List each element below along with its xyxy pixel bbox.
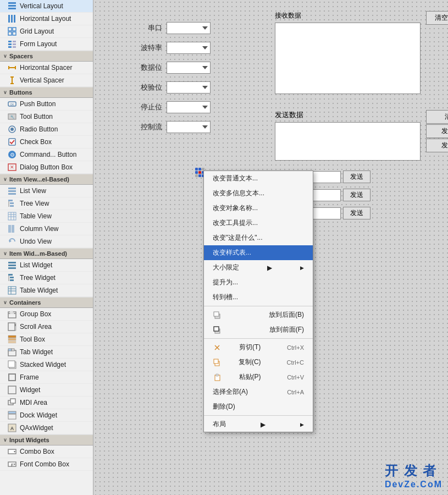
category-containers[interactable]: Containers xyxy=(0,297,93,308)
list-widget-icon xyxy=(8,261,16,270)
svg-point-27 xyxy=(10,128,14,131)
sidebar-item-tool-button[interactable]: 🔧 Tool Button xyxy=(0,111,93,123)
sidebar-item-group-box[interactable]: ⬜ Group Box xyxy=(0,308,93,321)
ctx-item-label: 改变工具提示... xyxy=(213,218,258,228)
sidebar-item-vertical-spacer[interactable]: Vertical Spacer xyxy=(0,74,93,87)
ctx-item-paste[interactable]: 粘贴(P) Ctrl+V xyxy=(204,370,313,384)
sidebar-item-grid-layout[interactable]: Grid Layout xyxy=(0,25,93,38)
sidebar-item-check-box[interactable]: Check Box xyxy=(0,136,93,148)
sidebar-item-vertical-layout[interactable]: Vertical Layout xyxy=(0,0,93,13)
clear-send-button[interactable]: 清 xyxy=(426,110,448,124)
svg-rect-14 xyxy=(8,46,12,48)
ctx-item-goto-slot[interactable]: 转到槽... xyxy=(204,290,313,305)
sidebar-item-column-view[interactable]: Column View xyxy=(0,223,93,235)
ctx-item-size-constraint[interactable]: 大小限定 ▶ xyxy=(204,260,313,275)
svg-rect-78 xyxy=(8,411,16,414)
dot-5 xyxy=(198,171,201,174)
parity-select[interactable] xyxy=(167,81,211,94)
ctx-item-send-to-back[interactable]: 放到后面(B) xyxy=(204,307,313,322)
sidebar-item-list-widget[interactable]: List Widget xyxy=(0,259,93,272)
sidebar-item-font-combo-box[interactable]: F Font Combo Box xyxy=(0,458,93,471)
send-button2[interactable]: 发送 xyxy=(426,139,448,152)
clear-display-button[interactable]: 清空显示 xyxy=(426,11,448,25)
sidebar-item-widget[interactable]: Widget xyxy=(0,384,93,397)
send-button-main[interactable]: 发送 xyxy=(426,124,448,138)
sidebar-item-combo-box[interactable]: Combo Box xyxy=(0,446,93,458)
stop-bits-select[interactable] xyxy=(167,101,211,113)
sidebar-item-label: Tree View xyxy=(20,200,49,207)
ctx-item-layout[interactable]: 布局 ▶ xyxy=(204,417,313,432)
qax-widget-icon: A xyxy=(8,424,16,432)
data-bits-select[interactable] xyxy=(167,62,211,74)
send-row-btn-2[interactable]: 发送 xyxy=(343,189,370,201)
sidebar-item-qax-widget[interactable]: A QAxWidget xyxy=(0,422,93,435)
receive-textarea[interactable] xyxy=(275,23,421,94)
sidebar-item-horizontal-spacer[interactable]: Horizontal Spacer xyxy=(0,62,93,74)
svg-rect-7 xyxy=(13,28,16,31)
ctx-item-copy[interactable]: 复制(C) Ctrl+C xyxy=(204,355,313,370)
control-flow-label: 控制流 xyxy=(137,122,162,132)
ctx-item-change-whatsthis[interactable]: 改变"这是什么"... xyxy=(204,230,313,245)
ctx-item-label: 放到后面(B) xyxy=(269,310,304,320)
ctx-item-select-all[interactable]: 选择全部(A) Ctrl+A xyxy=(204,384,313,399)
sidebar-item-label: Tab Widget xyxy=(20,348,53,356)
sidebar-item-label: List View xyxy=(20,187,46,195)
category-input-widgets[interactable]: Input Widgets xyxy=(0,435,93,446)
sidebar-item-label: QAxWidget xyxy=(20,424,53,432)
svg-rect-75 xyxy=(8,386,16,394)
sidebar-item-undo-view[interactable]: Undo View xyxy=(0,235,93,248)
baud-rate-select[interactable] xyxy=(167,42,211,54)
sidebar-item-command-button[interactable]: ⚙ Command... Button xyxy=(0,148,93,161)
svg-rect-88 xyxy=(214,312,219,316)
sidebar-item-tab-widget[interactable]: Tab Widget xyxy=(0,346,93,359)
send-row-btn-1[interactable]: 发送 xyxy=(343,170,370,183)
ctx-item-label: 选择全部(A) xyxy=(213,387,248,397)
svg-rect-65 xyxy=(15,324,16,326)
ctx-item-promote[interactable]: 提升为... xyxy=(204,275,313,290)
ctx-item-delete[interactable]: 删除(D) xyxy=(204,399,313,414)
sidebar-item-form-layout[interactable]: Form Layout xyxy=(0,38,93,51)
svg-text:⚙: ⚙ xyxy=(10,152,15,158)
sidebar-item-table-widget[interactable]: Table Widget xyxy=(0,284,93,297)
ctx-item-change-tooltip[interactable]: 改变工具提示... xyxy=(204,216,313,230)
sidebar-item-horizontal-layout[interactable]: Horizontal Layout xyxy=(0,13,93,25)
sidebar-item-radio-button[interactable]: Radio Button xyxy=(0,123,93,136)
horizontal-layout-icon xyxy=(8,14,16,23)
send-back-icon xyxy=(213,311,222,319)
sidebar-item-tool-box[interactable]: Tool Box xyxy=(0,333,93,346)
sidebar-item-tree-view[interactable]: Tree View xyxy=(0,197,93,210)
svg-rect-94 xyxy=(214,359,218,364)
sidebar-item-table-view[interactable]: Table View xyxy=(0,210,93,223)
send-panel: 发送数据 清 发送 发送 xyxy=(275,110,421,162)
sidebar-item-list-view[interactable]: List View xyxy=(0,185,93,197)
sidebar-item-mdi-area[interactable]: MDI Area xyxy=(0,397,93,409)
category-label: Item View...el-Based) xyxy=(9,176,69,183)
sidebar-item-stacked-widget[interactable]: Stacked Widget xyxy=(0,359,93,371)
send-row-btn-3[interactable]: 发送 xyxy=(343,207,370,219)
sidebar-item-scroll-area[interactable]: Scroll Area xyxy=(0,321,93,333)
ctx-item-change-rich-text[interactable]: 改变多信息文本... xyxy=(204,186,313,201)
sidebar-item-label: Radio Button xyxy=(20,125,58,133)
category-spacers[interactable]: Spacers xyxy=(0,51,93,62)
sidebar-item-frame[interactable]: Frame xyxy=(0,371,93,384)
stop-bits-row: 停止位 xyxy=(137,101,211,113)
serial-port-select[interactable] xyxy=(167,22,211,34)
category-item-widgets[interactable]: Item Wid...m-Based) xyxy=(0,248,93,259)
ctx-item-change-plain-text[interactable]: 改变普通文本... xyxy=(204,171,313,186)
sidebar-item-push-button[interactable]: OK Push Button xyxy=(0,98,93,111)
command-button-icon: ⚙ xyxy=(8,150,16,159)
category-item-views[interactable]: Item View...el-Based) xyxy=(0,174,93,185)
ctx-item-change-stylesheet[interactable]: 改变样式表... xyxy=(204,245,313,260)
sidebar-item-dialog-button-box[interactable]: ✕ Dialog Button Box xyxy=(0,161,93,174)
send-textarea[interactable] xyxy=(275,122,421,161)
category-buttons[interactable]: Buttons xyxy=(0,87,93,98)
sidebar-item-dock-widget[interactable]: Dock Widget xyxy=(0,409,93,422)
control-flow-select[interactable] xyxy=(167,121,211,133)
sidebar-item-tree-widget[interactable]: Tree Widget xyxy=(0,272,93,284)
ctx-item-change-object-name[interactable]: 改变对象名称... xyxy=(204,201,313,216)
ctx-item-bring-to-front[interactable]: 放到前面(F) xyxy=(204,322,313,337)
svg-rect-90 xyxy=(214,327,219,331)
svg-rect-51 xyxy=(8,274,13,276)
ctx-item-cut[interactable]: 剪切(T) Ctrl+X xyxy=(204,340,313,355)
svg-rect-77 xyxy=(10,399,15,403)
